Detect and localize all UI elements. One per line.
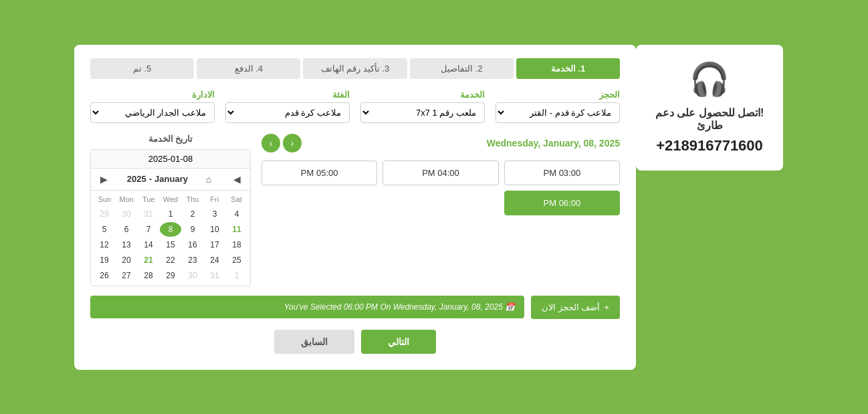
- weekday-fri: Fri: [203, 193, 225, 205]
- selection-text: You've Selected 06:00 PM On Wednesday, J…: [284, 302, 503, 312]
- category-group: الفئة ملاعب كرة قدم: [225, 90, 350, 123]
- calendar-grid: Sat Fri Thu Wed Tue Mon Sun 432131302911…: [91, 191, 250, 286]
- cal-day[interactable]: 30: [182, 268, 203, 283]
- service-select[interactable]: ملعب رقم 1 7x7: [360, 102, 485, 123]
- cal-day[interactable]: 13: [116, 237, 137, 252]
- weekday-sun: Sun: [94, 193, 116, 205]
- cal-prev-button[interactable]: ◀: [229, 173, 245, 186]
- cal-day[interactable]: 21: [138, 253, 159, 268]
- cal-day[interactable]: 19: [94, 253, 115, 268]
- cal-day[interactable]: 14: [138, 237, 159, 252]
- time-slots-grid: 03:00 PM 04:00 PM 05:00 PM 06:00 PM: [261, 161, 620, 215]
- category-select[interactable]: ملاعب كرة قدم: [225, 102, 350, 123]
- cal-home-button[interactable]: ⌂: [203, 173, 214, 186]
- support-phone: +218916771600: [647, 137, 772, 154]
- cal-day[interactable]: 1: [226, 268, 247, 283]
- admin-group: الادارة ملاعب الجدار الرياضي: [90, 90, 215, 123]
- cal-day[interactable]: 16: [182, 237, 203, 252]
- prev-button[interactable]: السابق: [274, 330, 354, 354]
- step-payment[interactable]: 4. الدفع: [197, 58, 300, 79]
- step-phone[interactable]: 3. تأكيد رقم الهاتف: [303, 58, 407, 79]
- cal-day[interactable]: 9: [182, 222, 203, 237]
- form-row: الحجز ملاعب كرة قدم - القتر الخدمة ملعب …: [90, 90, 620, 123]
- cal-day[interactable]: 24: [204, 253, 225, 268]
- cal-weekdays: Sat Fri Thu Wed Tue Mon Sun: [94, 193, 247, 205]
- calendar-date-input[interactable]: [91, 150, 250, 169]
- bottom-row: + أضف الحجز الان 📅 You've Selected 06:00…: [90, 296, 620, 319]
- add-booking-button[interactable]: + أضف الحجز الان: [531, 296, 620, 319]
- weekday-tue: Tue: [138, 193, 160, 205]
- cal-day[interactable]: 25: [226, 253, 247, 268]
- cal-day[interactable]: 4: [226, 207, 247, 221]
- calendar-icon: 📅: [505, 302, 515, 312]
- category-label: الفئة: [225, 90, 350, 100]
- cal-day[interactable]: 23: [182, 253, 203, 268]
- cal-day[interactable]: 28: [138, 268, 159, 283]
- cal-month: January: [154, 174, 188, 184]
- cal-year: 2025: [127, 174, 146, 184]
- selection-info: 📅 You've Selected 06:00 PM On Wednesday,…: [90, 296, 524, 318]
- cal-day[interactable]: 22: [160, 253, 181, 268]
- weekday-mon: Mon: [116, 193, 138, 205]
- cal-day[interactable]: 8: [160, 222, 181, 237]
- steps-bar: 1. الخدمة 2. التفاصيل 3. تأكيد رقم الهات…: [90, 58, 620, 79]
- next-date-button[interactable]: ›: [261, 134, 280, 152]
- booking-label: الحجز: [496, 90, 620, 100]
- weekday-thu: Thu: [181, 193, 203, 205]
- current-date: Wednesday, January, 08, 2025: [487, 138, 620, 148]
- cal-day[interactable]: 10: [204, 222, 225, 237]
- cal-day[interactable]: 18: [226, 237, 247, 252]
- calendar-header: ◀ ⌂ January - 2025 ▶: [91, 169, 250, 191]
- time-slot-2[interactable]: 05:00 PM: [261, 161, 377, 185]
- cal-day[interactable]: 27: [116, 268, 137, 283]
- plus-icon: +: [604, 302, 609, 312]
- date-nav: Wednesday, January, 08, 2025 ‹ ›: [261, 134, 620, 152]
- cal-day[interactable]: 5: [94, 222, 115, 237]
- calendar-title: تاريخ الخدمة: [90, 134, 251, 144]
- cal-day[interactable]: 12: [94, 237, 115, 252]
- content-area: Wednesday, January, 08, 2025 ‹ › 03:00 P…: [90, 134, 620, 286]
- admin-select[interactable]: ملاعب الجدار الرياضي: [90, 102, 215, 123]
- calendar-section: تاريخ الخدمة ◀ ⌂ January - 2025 ▶: [90, 134, 251, 286]
- prev-date-button[interactable]: ‹: [283, 134, 302, 152]
- weekday-wed: Wed: [160, 193, 182, 205]
- headset-icon: 🎧: [647, 61, 772, 98]
- cal-day[interactable]: 15: [160, 237, 181, 252]
- service-label: الخدمة: [360, 90, 485, 100]
- support-panel: 🎧 !اتصل للحصول على دعم طارئ +21891677160…: [636, 45, 783, 171]
- left-section: Wednesday, January, 08, 2025 ‹ › 03:00 P…: [261, 134, 620, 286]
- cal-day[interactable]: 3: [204, 207, 225, 221]
- cal-day[interactable]: 26: [94, 268, 115, 283]
- add-booking-label: أضف الحجز الان: [542, 302, 600, 312]
- nav-buttons: ‹ ›: [261, 134, 302, 152]
- booking-select[interactable]: ملاعب كرة قدم - القتر: [496, 102, 620, 123]
- cal-day[interactable]: 1: [160, 207, 181, 221]
- nav-footer: التالي السابق: [90, 330, 620, 354]
- support-text: !اتصل للحصول على دعم طارئ: [647, 106, 772, 132]
- cal-day[interactable]: 31: [138, 207, 159, 221]
- step-details[interactable]: 2. التفاصيل: [410, 58, 514, 79]
- cal-day[interactable]: 7: [138, 222, 159, 237]
- calendar-container: ◀ ⌂ January - 2025 ▶ Sat: [90, 149, 251, 286]
- service-group: الخدمة ملعب رقم 1 7x7: [360, 90, 485, 123]
- cal-day[interactable]: 17: [204, 237, 225, 252]
- cal-day[interactable]: 20: [116, 253, 137, 268]
- cal-day[interactable]: 6: [116, 222, 137, 237]
- next-button[interactable]: التالي: [361, 330, 436, 354]
- cal-day[interactable]: 29: [160, 268, 181, 283]
- cal-day[interactable]: 31: [204, 268, 225, 283]
- step-done[interactable]: 5. تم: [90, 58, 194, 79]
- cal-day[interactable]: 29: [94, 207, 115, 221]
- time-slot-0[interactable]: 03:00 PM: [504, 161, 620, 185]
- cal-next-button[interactable]: ▶: [96, 173, 112, 186]
- cal-days: 4321313029111098765181716151413122524232…: [94, 207, 247, 283]
- cal-month-year: January - 2025: [127, 174, 188, 184]
- admin-label: الادارة: [90, 90, 215, 100]
- time-slot-3[interactable]: 06:00 PM: [504, 191, 620, 215]
- cal-day[interactable]: 11: [226, 222, 247, 237]
- time-slot-1[interactable]: 04:00 PM: [383, 161, 498, 185]
- cal-day[interactable]: 2: [182, 207, 203, 221]
- step-service[interactable]: 1. الخدمة: [516, 58, 620, 79]
- booking-group: الحجز ملاعب كرة قدم - القتر: [496, 90, 620, 123]
- cal-day[interactable]: 30: [116, 207, 137, 221]
